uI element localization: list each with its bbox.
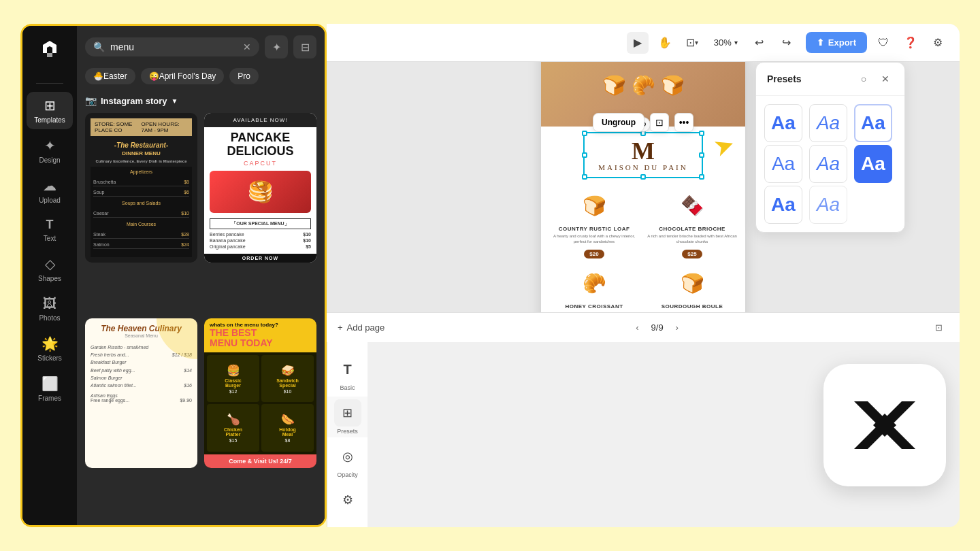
sidebar-item-stickers[interactable]: 🌟 Stickers xyxy=(27,330,73,367)
pan-tool-button[interactable]: ✋ xyxy=(654,32,676,54)
tc1-header: STORE: SOME PLACE CO OPEN HOURS: 7AM - 9… xyxy=(91,118,192,136)
right-tool-presets[interactable]: ⊞ xyxy=(334,399,361,427)
text-icon: T xyxy=(46,218,54,232)
sidebar-item-text[interactable]: T Text xyxy=(27,212,73,248)
search-input[interactable] xyxy=(110,41,238,52)
category-platform-icon: 📷 xyxy=(85,95,97,106)
product-2-price: $25 xyxy=(682,250,702,258)
shapes-icon: ◇ xyxy=(45,256,55,272)
tag-row: 🐣Easter 😜April Fool's Day Pro xyxy=(77,68,325,91)
sidebar-item-frames[interactable]: ⬜ Frames xyxy=(27,370,73,407)
undo-icon: ↩ xyxy=(755,36,764,49)
upload-icon: ☁ xyxy=(43,178,56,194)
context-more-button[interactable]: ••• xyxy=(674,113,693,132)
sidebar-label-upload: Upload xyxy=(39,197,61,204)
redo-button[interactable]: ↪ xyxy=(776,32,798,54)
bakery-title-selected[interactable]: ↻ M Maison du Pain xyxy=(583,132,702,178)
add-page-button[interactable]: + Add page xyxy=(338,322,385,333)
tag-pro[interactable]: Pro xyxy=(229,68,259,84)
right-tool-more[interactable]: ⚙ xyxy=(334,486,361,514)
tag-easter[interactable]: 🐣Easter xyxy=(85,68,135,84)
layout-icon: ⊡ xyxy=(686,36,695,49)
clear-icon[interactable]: ✕ xyxy=(243,41,251,52)
sidebar-item-photos[interactable]: 🖼 Photos xyxy=(27,290,73,327)
tag-pro-label: Pro xyxy=(238,71,250,81)
right-tool-basic[interactable]: T xyxy=(334,356,361,383)
preset-font-8[interactable]: Aa xyxy=(809,186,847,224)
right-tool-opacity-label: Opacity xyxy=(337,471,358,478)
undo-button[interactable]: ↩ xyxy=(749,32,770,54)
tc2-menu: 「OUR SPECIAL MENU」 Berries pancake$10 Ba… xyxy=(204,216,316,254)
design-icon: ✦ xyxy=(44,137,56,154)
template-card-1[interactable]: STORE: SOME PLACE CO OPEN HOURS: 7AM - 9… xyxy=(85,113,197,263)
template-card-2[interactable]: AVAILABLE NOW! PANCAKEDELICIOUS CAPCUT 🥞… xyxy=(204,113,316,263)
page-navigation: ‹ 9/9 › xyxy=(630,320,685,336)
product-2-name: CHOCOLATE BRIOCHE xyxy=(647,226,737,232)
handle-b[interactable] xyxy=(640,174,646,180)
sidebar-item-shapes[interactable]: ◇ Shapes xyxy=(27,250,73,288)
toolbar: ▶ ✋ ⊡ ▾ 30% ▾ ↩ ↪ xyxy=(327,24,960,62)
preset-font-7[interactable]: Aa xyxy=(764,186,802,224)
page-indicator: 9/9 xyxy=(651,322,664,333)
presets-close-button[interactable]: ✕ xyxy=(877,71,894,87)
tc2-sub: CAPCUT xyxy=(204,158,316,168)
right-tool-opacity[interactable]: ◎ xyxy=(334,443,361,470)
canvas-context-menu: Ungroup ⊡ ••• xyxy=(593,113,693,132)
preset-font-3[interactable]: Aa xyxy=(854,104,892,142)
preset-font-4[interactable]: Aa xyxy=(764,145,802,183)
category-selector[interactable]: 📷 Instagram story ▼ xyxy=(85,95,178,106)
handle-tl[interactable] xyxy=(582,131,587,136)
help-button[interactable]: ❓ xyxy=(900,32,921,54)
category-chevron-icon: ▼ xyxy=(172,97,178,105)
handle-tr[interactable] xyxy=(699,131,704,136)
handle-r[interactable] xyxy=(699,152,704,158)
sidebar-label-frames: Frames xyxy=(38,395,61,402)
app-container: ⊞ Templates ✦ Design ☁ Upload T Text ◇ S… xyxy=(20,24,960,527)
ungroup-button[interactable]: Ungroup xyxy=(593,113,644,132)
context-copy-button[interactable]: ⊡ xyxy=(650,113,669,132)
prev-page-icon: ‹ xyxy=(636,322,638,333)
redo-icon: ↪ xyxy=(782,36,791,49)
presets-minimize-button[interactable]: ○ xyxy=(855,71,872,87)
layout-tool-button[interactable]: ⊡ ▾ xyxy=(681,32,703,54)
select-tool-button[interactable]: ▶ xyxy=(627,32,649,54)
tc2-title: PANCAKEDELICIOUS xyxy=(204,127,316,158)
product-4-image: 🍞 xyxy=(672,267,713,301)
tc2-header: AVAILABLE NOW! xyxy=(204,113,316,127)
sidebar-item-templates[interactable]: ⊞ Templates xyxy=(27,92,73,129)
handle-br[interactable] xyxy=(699,174,704,180)
template-card-3[interactable]: The Heaven Culinary Seasonal Menu Garden… xyxy=(85,318,197,468)
templates-icon: ⊞ xyxy=(44,97,56,114)
template-card-4[interactable]: whats on the menu today? THE BESTMENU TO… xyxy=(204,318,316,468)
help-icon: ❓ xyxy=(904,36,917,49)
preset-font-2[interactable]: Aa xyxy=(809,104,847,142)
category-name: Instagram story xyxy=(101,96,167,106)
right-tool-basic-label: Basic xyxy=(340,384,355,391)
export-button[interactable]: ⬆ Export xyxy=(806,32,867,53)
fullscreen-button[interactable]: ⊡ xyxy=(930,318,949,337)
preset-font-1[interactable]: Aa xyxy=(764,104,802,142)
sidebar-label-shapes: Shapes xyxy=(38,275,61,282)
filter-button[interactable]: ⊟ xyxy=(293,35,316,59)
presets-header: Presets ○ ✕ xyxy=(756,63,904,96)
tag-april-fools[interactable]: 😜April Fool's Day xyxy=(141,68,225,84)
product-2-desc: A rich and tender brioche loaded with be… xyxy=(647,233,737,245)
next-page-button[interactable]: › xyxy=(669,320,685,336)
ai-search-icon: ✦ xyxy=(272,41,281,54)
sidebar-label-design: Design xyxy=(39,156,60,164)
handle-l[interactable] xyxy=(582,152,587,158)
sidebar-item-design[interactable]: ✦ Design xyxy=(27,132,73,169)
product-3: 🥐 HONEY CROISSANT A subtly sweet french … xyxy=(549,267,639,313)
product-4: 🍞 SOURDOUGH BOULE A tangy and chewy sour… xyxy=(647,267,737,313)
handle-bl[interactable] xyxy=(582,174,587,180)
prev-page-button[interactable]: ‹ xyxy=(630,320,646,336)
sidebar-item-upload[interactable]: ☁ Upload xyxy=(27,172,73,210)
ai-search-button[interactable]: ✦ xyxy=(265,35,288,59)
search-bar: 🔍 ✕ ✦ ⊟ xyxy=(77,26,325,68)
zoom-button[interactable]: 30% ▾ xyxy=(708,35,743,50)
preset-font-6[interactable]: Aa xyxy=(854,145,892,183)
preset-font-5[interactable]: Aa xyxy=(809,145,847,183)
settings-button[interactable]: ⚙ xyxy=(927,32,949,54)
photos-icon: 🖼 xyxy=(43,296,56,312)
shield-button[interactable]: 🛡 xyxy=(872,32,894,54)
